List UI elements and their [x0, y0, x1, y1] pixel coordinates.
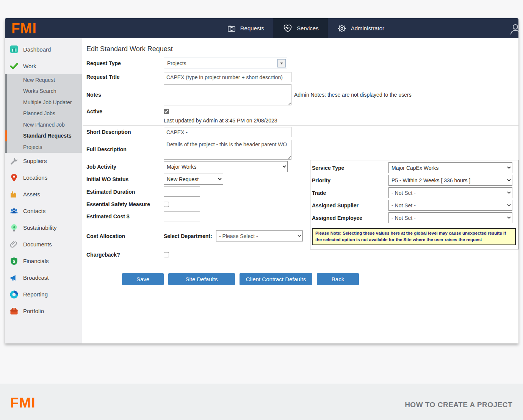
- sidebar-item-reporting[interactable]: Reporting: [5, 286, 82, 303]
- sidebar-item-label: Contacts: [23, 208, 45, 214]
- top-navbar: FMI Requests: [5, 18, 518, 38]
- sidebar-item-label: Sustainability: [23, 224, 56, 231]
- app-window: FMI Requests: [5, 18, 518, 343]
- sidebar-item-label: Locations: [23, 174, 47, 181]
- people-icon: [10, 207, 18, 215]
- wrench-icon: [10, 157, 18, 165]
- briefcase-icon: [10, 307, 18, 315]
- sidebar-item-label: Work: [23, 63, 36, 69]
- sidebar-item-multiple-job-updater[interactable]: Multiple Job Updater: [7, 97, 82, 108]
- button-row: Save Site Defaults Client Contract Defau…: [122, 273, 359, 285]
- sub-item-label: Standard Requests: [23, 133, 72, 139]
- request-type-combobox: Projects: [164, 58, 287, 69]
- notes-textarea[interactable]: [164, 84, 291, 105]
- sidebar-item-dashboard[interactable]: Dashboard: [5, 41, 82, 58]
- request-type-dropdown-button[interactable]: [277, 59, 286, 67]
- sidebar-item-planned-jobs[interactable]: Planned Jobs: [7, 108, 82, 119]
- full-description-label: Full Description: [86, 146, 127, 152]
- job-activity-select[interactable]: Major Works: [164, 161, 288, 172]
- work-submenu: New Request Works Search Multiple Job Up…: [5, 74, 82, 153]
- back-button[interactable]: Back: [317, 273, 359, 285]
- sidebar-item-projects[interactable]: Projects: [7, 141, 82, 153]
- sidebar-item-label: Portfolio: [23, 308, 44, 314]
- short-description-input[interactable]: [164, 127, 291, 137]
- tab-services-label: Services: [297, 25, 319, 31]
- service-type-select[interactable]: Major CapEx Works: [388, 162, 512, 173]
- brand-logo[interactable]: FMI: [5, 18, 81, 38]
- sidebar-item-standard-requests[interactable]: Standard Requests: [7, 130, 82, 142]
- sidebar-item-label: Suppliers: [23, 158, 47, 164]
- global-defaults-panel: Service Type Major CapEx Works Priority …: [310, 160, 519, 249]
- sidebar-item-portfolio[interactable]: Portfolio: [5, 303, 82, 320]
- heartbeat-icon: [283, 24, 293, 33]
- please-note-box: Please Note: Selecting these values here…: [312, 228, 516, 245]
- initial-wo-status-select[interactable]: New Request: [164, 174, 223, 185]
- paperclip-icon: [10, 240, 18, 249]
- sidebar-item-sustainability[interactable]: Sustainability: [5, 219, 82, 236]
- sub-item-label: Projects: [23, 144, 42, 150]
- trade-select[interactable]: - Not Set -: [388, 187, 512, 198]
- sidebar-item-locations[interactable]: Locations: [5, 169, 82, 186]
- last-updated-text: Last updated by Admin at 3:45 PM on 2/08…: [164, 118, 277, 124]
- sidebar-item-suppliers[interactable]: Suppliers: [5, 153, 82, 169]
- chargeback-checkbox[interactable]: [164, 252, 169, 257]
- sub-item-label: Planned Jobs: [23, 110, 55, 116]
- camera-icon: [227, 24, 236, 33]
- chevron-down-icon: [280, 63, 283, 64]
- nav-tabs: Requests Services: [218, 18, 518, 38]
- donut-icon: [10, 290, 18, 299]
- sub-item-label: New Request: [23, 77, 55, 83]
- sidebar-item-label: Assets: [23, 191, 40, 197]
- sidebar-item-label: Broadcast: [23, 274, 49, 281]
- tab-requests[interactable]: Requests: [218, 18, 274, 38]
- svg-text:$: $: [13, 259, 16, 264]
- priority-select[interactable]: P5 - Within 2 Weeks [ 336 hours ]: [388, 175, 512, 186]
- active-checkbox[interactable]: [164, 109, 169, 114]
- user-icon[interactable]: [509, 23, 518, 37]
- request-title-input[interactable]: [164, 72, 291, 82]
- fmi-logo: FMI: [11, 21, 37, 35]
- save-button[interactable]: Save: [122, 273, 164, 285]
- dashboard-icon: [10, 45, 18, 53]
- full-description-textarea[interactable]: Details of the project - this is the hea…: [164, 140, 291, 160]
- sidebar-item-new-planned-job[interactable]: New Planned Job: [7, 119, 82, 130]
- sidebar: Dashboard Work New Request Works Search …: [5, 38, 82, 343]
- main-content: Edit Standard Work Request Request Type …: [82, 38, 518, 343]
- sidebar-item-broadcast[interactable]: Broadcast: [5, 270, 82, 286]
- sidebar-item-financials[interactable]: $ Financials: [5, 253, 82, 270]
- sidebar-item-works-search[interactable]: Works Search: [7, 86, 82, 97]
- site-defaults-button[interactable]: Site Defaults: [168, 273, 235, 285]
- initial-wo-status-label: Initial WO Status: [86, 176, 128, 182]
- sidebar-item-label: Documents: [23, 241, 52, 248]
- bulb-icon: [10, 224, 18, 232]
- estimated-cost-input[interactable]: [164, 211, 200, 221]
- estimated-cost-label: Estimated Cost $: [86, 213, 130, 219]
- assigned-employee-label: Assigned Employee: [312, 215, 362, 221]
- service-type-label: Service Type: [312, 165, 344, 171]
- sidebar-item-documents[interactable]: Documents: [5, 236, 82, 253]
- tab-services[interactable]: Services: [274, 18, 328, 38]
- client-contract-defaults-button[interactable]: Client Contract Defaults: [240, 273, 312, 285]
- sidebar-item-assets[interactable]: Assets: [5, 186, 82, 203]
- select-department-label: Select Department:: [164, 233, 212, 239]
- tab-requests-label: Requests: [240, 25, 264, 31]
- sidebar-item-label: Financials: [23, 258, 49, 264]
- essential-safety-measure-checkbox[interactable]: [164, 202, 169, 207]
- job-activity-label: Job Activity: [86, 164, 116, 170]
- tab-administrator[interactable]: Administrator: [328, 18, 393, 38]
- sidebar-item-label: Reporting: [23, 291, 48, 298]
- sidebar-item-work[interactable]: Work: [5, 58, 82, 74]
- assigned-employee-select[interactable]: - Not Set -: [388, 212, 512, 223]
- select-department-select[interactable]: - Please Select -: [216, 230, 303, 241]
- sidebar-item-contacts[interactable]: Contacts: [5, 203, 82, 219]
- estimated-duration-input[interactable]: [164, 186, 200, 197]
- request-type-value[interactable]: Projects: [164, 60, 277, 66]
- sidebar-item-new-request[interactable]: New Request: [7, 74, 82, 86]
- cost-allocation-label: Cost Allocation: [86, 233, 125, 239]
- request-title-label: Request Title: [86, 74, 120, 80]
- footer-fmi-logo: FMI: [10, 395, 36, 411]
- map-pin-icon: [10, 174, 18, 182]
- notes-side-note: Admin Notes: these are not displayed to …: [294, 92, 412, 98]
- assigned-supplier-select[interactable]: - Not Set -: [388, 200, 512, 211]
- divider: [86, 56, 518, 56]
